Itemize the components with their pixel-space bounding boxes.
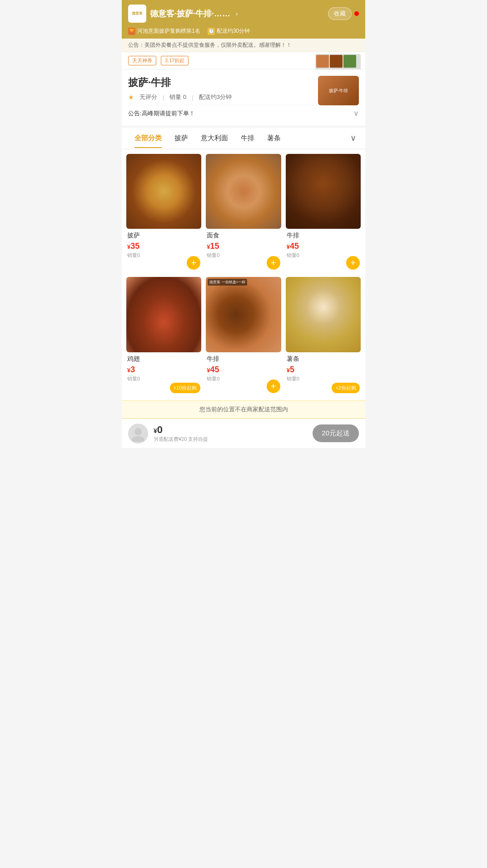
rank-info: 🏆 河池意面披萨复购榜第1名 <box>128 27 200 35</box>
tab-all[interactable]: 全部分类 <box>128 128 168 148</box>
avatar-icon <box>130 425 146 442</box>
announcement-text: 公告:高峰期请提前下单！ <box>128 109 353 118</box>
food-img-1 <box>206 154 281 229</box>
svg-point-1 <box>132 436 144 442</box>
expand-icon[interactable]: ∨ <box>353 109 359 118</box>
tab-steak[interactable]: 牛排 <box>234 128 261 148</box>
delivery-time: 配送约3分钟 <box>199 93 232 101</box>
header-arrow-icon: › <box>236 10 238 17</box>
tab-fries[interactable]: 薯条 <box>261 128 287 148</box>
announcement-bar: 公告:高峰期请提前下单！ ∨ <box>128 105 359 121</box>
coupon-row: 天天神券 3.17折起 <box>122 52 365 69</box>
food-img-4: 德意客 一份铁盘+一杯 <box>206 277 281 352</box>
food-sales-5: 销量0 <box>287 375 360 382</box>
add-button-1[interactable]: + <box>267 256 280 270</box>
food-name-4: 牛排 <box>207 355 280 363</box>
cart-price-info: ¥0 另需配送费¥20 支持自提 <box>154 424 307 443</box>
food-name-0: 披萨 <box>127 232 200 240</box>
food-price-3: ¥3 <box>127 365 200 375</box>
food-img-5 <box>286 277 361 352</box>
tab-pasta[interactable]: 意大利面 <box>194 128 234 148</box>
food-price-1: ¥15 <box>207 242 280 251</box>
food-name-1: 面食 <box>207 232 280 240</box>
notice-text: 公告：美团外卖餐点不提供堂食服务，仅限外卖配送。感谢理解！！ <box>128 42 292 48</box>
food-name-5: 薯条 <box>287 355 360 363</box>
restaurant-thumbnail: 披萨·牛排 <box>318 76 359 105</box>
cart-fee-text: 另需配送费¥20 支持自提 <box>154 436 307 443</box>
header-right: 收藏 <box>328 7 359 20</box>
food-img-0 <box>126 154 201 229</box>
tab-pizza[interactable]: 披萨 <box>168 128 194 148</box>
collect-button[interactable]: 收藏 <box>328 7 352 20</box>
food-img-inner-3 <box>126 277 201 352</box>
food-item-5: 薯条 ¥5 销量0 +2份起购 <box>286 277 361 395</box>
food-sales-3: 销量0 <box>127 375 200 382</box>
coupon-tag-0[interactable]: 天天神券 <box>128 56 156 65</box>
clock-icon: 🕐 <box>208 28 215 35</box>
notification-bar: 您当前的位置不在商家配送范围内 <box>122 400 365 419</box>
food-img-inner-5 <box>286 277 361 352</box>
notification-text: 您当前的位置不在商家配送范围内 <box>199 406 288 413</box>
add-button-4[interactable]: + <box>267 380 280 393</box>
notification-dot <box>354 11 359 16</box>
food-price-4: ¥45 <box>207 365 280 375</box>
food-name-3: 鸡翅 <box>127 355 200 363</box>
header-title: 德意客·披萨·牛排·…… <box>150 8 230 19</box>
food-item-4: 德意客 一份铁盘+一杯 牛排 ¥45 销量0 + <box>206 277 281 395</box>
cart-total: ¥0 <box>154 424 307 436</box>
sub-header: 🏆 河池意面披萨复购榜第1名 🕐 配送约30分钟 <box>122 27 365 39</box>
delivery-info: 🕐 配送约30分钟 <box>208 27 250 35</box>
preview-img-3 <box>343 55 356 68</box>
sales-text: 销量 0 <box>169 93 186 101</box>
coupon-tag-1[interactable]: 3.17折起 <box>161 56 189 65</box>
food-grid: 披萨 ¥35 销量0 + 面食 ¥15 销量0 + 牛排 ¥45 <box>122 149 365 400</box>
food-item-2: 牛排 ¥45 销量0 + <box>286 154 361 272</box>
checkout-button[interactable]: 20元起送 <box>313 424 359 442</box>
cart-avatar <box>128 424 148 444</box>
min-order-button-5[interactable]: +2份起购 <box>332 383 360 393</box>
food-item-1: 面食 ¥15 销量0 + <box>206 154 281 272</box>
preview-img-2 <box>330 55 343 68</box>
divider-2: | <box>192 94 193 101</box>
food-price-0: ¥35 <box>127 242 200 251</box>
food-price-2: ¥45 <box>287 242 360 251</box>
category-more-icon[interactable]: ∨ <box>348 128 359 148</box>
food-item-3: 鸡翅 ¥3 销量0 +10份起购 <box>126 277 201 395</box>
cart-bar: ¥0 另需配送费¥20 支持自提 20元起送 <box>122 419 365 448</box>
food-img-inner-0 <box>126 154 201 229</box>
rank-icon: 🏆 <box>128 28 135 35</box>
star-icon: ★ <box>128 94 134 101</box>
preview-img-1 <box>316 55 329 68</box>
header-left: 德意客 德意客·披萨·牛排·…… › <box>128 5 238 23</box>
food-price-5: ¥5 <box>287 365 360 375</box>
food-img-inner-1 <box>206 154 281 229</box>
divider-1: | <box>163 94 164 101</box>
notice-bar: 公告：美团外卖餐点不提供堂食服务，仅限外卖配送。感谢理解！！ <box>122 39 365 52</box>
delivery-time-text: 配送约30分钟 <box>217 27 250 35</box>
category-tabs: 全部分类 披萨 意大利面 牛排 薯条 ∨ <box>122 128 365 149</box>
food-item-0: 披萨 ¥35 销量0 + <box>126 154 201 272</box>
food-img-inner-2 <box>286 154 361 229</box>
svg-point-0 <box>134 428 142 435</box>
restaurant-info: 披萨·牛排 ★ 无评分 | 销量 0 | 配送约3分钟 披萨·牛排 公告:高峰期… <box>122 69 365 126</box>
rating-text: 无评分 <box>139 93 157 101</box>
food-img-inner-4: 德意客 一份铁盘+一杯 <box>206 277 281 352</box>
min-order-button-3[interactable]: +10份起购 <box>170 383 201 393</box>
food-name-2: 牛排 <box>287 232 360 240</box>
food-img-3 <box>126 277 201 352</box>
food-img-2 <box>286 154 361 229</box>
rank-text: 河池意面披萨复购榜第1名 <box>137 27 200 35</box>
header-bar: 德意客 德意客·披萨·牛排·…… › 收藏 <box>122 0 365 27</box>
restaurant-logo: 德意客 <box>128 5 146 23</box>
